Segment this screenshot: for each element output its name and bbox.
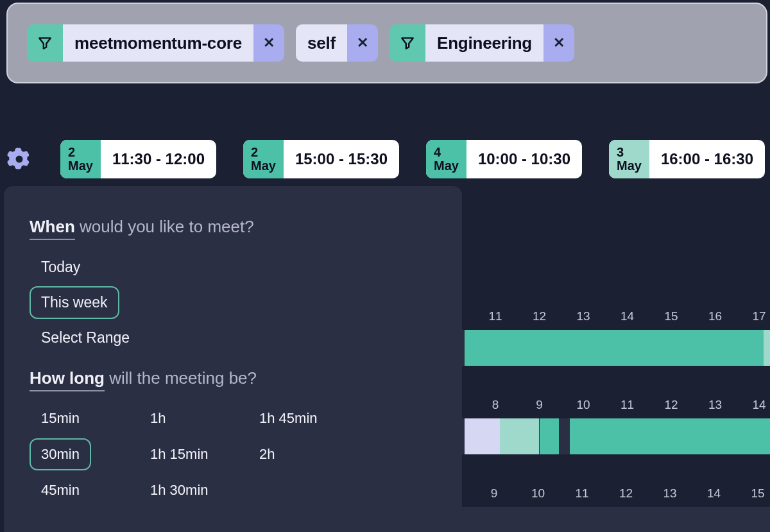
slot-time: 11:30 - 12:00 [101, 140, 216, 178]
timeline-tick: 11 [620, 398, 634, 412]
timeline-bar[interactable] [462, 507, 770, 532]
timeline-row: 11121314151617 [462, 305, 770, 375]
timeline-tick: 12 [619, 486, 633, 501]
when-heading: When would you like to meet? [30, 217, 436, 237]
duration-option[interactable]: 1h 30min [139, 474, 220, 506]
svg-point-0 [16, 156, 23, 163]
timeline-area: 111213141516178910111213149101112131415 [462, 305, 770, 532]
timeline-tick: 11 [488, 309, 502, 323]
filter-icon [27, 24, 63, 62]
timeline-tick: 17 [752, 309, 766, 323]
time-slot[interactable]: 2May15:00 - 15:30 [243, 140, 399, 178]
filter-icon [389, 24, 425, 62]
timeline-tick: 14 [707, 486, 721, 501]
timeline-bar[interactable] [462, 418, 770, 454]
timeline-block[interactable] [465, 418, 500, 454]
timeline-tick: 10 [531, 486, 545, 501]
when-option[interactable]: Today [30, 251, 92, 284]
timeline-tick: 12 [664, 398, 678, 412]
timeline-row: 891011121314 [462, 394, 770, 463]
slot-date: 4May [426, 140, 466, 178]
slot-time: 10:00 - 10:30 [466, 140, 582, 178]
timeline-block[interactable] [540, 418, 560, 454]
duration-option[interactable]: 1h 15min [139, 438, 220, 470]
suggestion-row: 2May11:30 - 12:002May15:00 - 15:304May10… [5, 140, 765, 178]
duration-option[interactable]: 30min [30, 438, 91, 470]
filter-chip-label: self [296, 24, 347, 62]
timeline-tick: 15 [664, 309, 678, 323]
timeline-block[interactable] [570, 418, 770, 454]
filter-chip[interactable]: meetmomentum-core✕ [27, 24, 284, 62]
howlong-heading: How long will the meeting be? [30, 368, 436, 388]
timeline-tick: 12 [533, 309, 546, 323]
close-icon[interactable]: ✕ [253, 24, 284, 62]
filter-chip[interactable]: self✕ [296, 24, 378, 62]
duration-option[interactable]: 1h [139, 402, 177, 434]
duration-option[interactable]: 1h 45min [248, 402, 329, 434]
duration-option[interactable]: 2h [248, 438, 286, 470]
timeline-tick: 14 [620, 309, 634, 323]
when-option[interactable]: This week [30, 286, 119, 319]
timeline-tick: 11 [575, 486, 588, 501]
slot-time: 16:00 - 16:30 [649, 140, 765, 178]
timeline-row: 9101112131415 [462, 483, 770, 532]
duration-option[interactable]: 45min [30, 474, 91, 506]
timeline-tick: 13 [576, 309, 590, 323]
close-icon[interactable]: ✕ [347, 24, 378, 62]
timeline-block[interactable] [465, 330, 764, 366]
timeline-tick: 10 [576, 398, 590, 412]
timeline-tick: 13 [708, 398, 722, 412]
timeline-tick: 15 [751, 486, 764, 501]
settings-gear-icon[interactable] [5, 145, 33, 173]
filter-chip-label: Engineering [425, 24, 543, 62]
timeline-block[interactable] [500, 418, 540, 454]
filter-chip[interactable]: Engineering✕ [389, 24, 574, 62]
timeline-tick: 14 [752, 398, 766, 412]
timeline-tick: 13 [663, 486, 676, 501]
settings-panel: When would you like to meet? TodayThis w… [4, 186, 462, 532]
timeline-tick: 16 [708, 309, 722, 323]
time-slot[interactable]: 4May10:00 - 10:30 [426, 140, 582, 178]
duration-option[interactable]: 15min [30, 402, 91, 434]
duration-options: 15min1h1h 45min30min1h 15min2h45min1h 30… [30, 402, 436, 506]
time-slot[interactable]: 3May16:00 - 16:30 [609, 140, 765, 178]
when-options: TodayThis weekSelect Range [30, 251, 141, 354]
timeline-tick: 9 [536, 398, 543, 412]
timeline-block[interactable] [764, 330, 770, 366]
filter-bar: meetmomentum-core✕self✕Engineering✕ [6, 3, 767, 83]
timeline-bar[interactable] [462, 330, 770, 366]
slot-date: 3May [609, 140, 649, 178]
slot-date: 2May [243, 140, 284, 178]
close-icon[interactable]: ✕ [543, 24, 574, 62]
slot-time: 15:00 - 15:30 [284, 140, 399, 178]
time-slot[interactable]: 2May11:30 - 12:00 [60, 140, 216, 178]
filter-chip-label: meetmomentum-core [63, 24, 253, 62]
when-option[interactable]: Select Range [30, 322, 141, 354]
timeline-tick: 8 [492, 398, 499, 412]
timeline-tick: 9 [491, 486, 498, 501]
slot-date: 2May [60, 140, 101, 178]
